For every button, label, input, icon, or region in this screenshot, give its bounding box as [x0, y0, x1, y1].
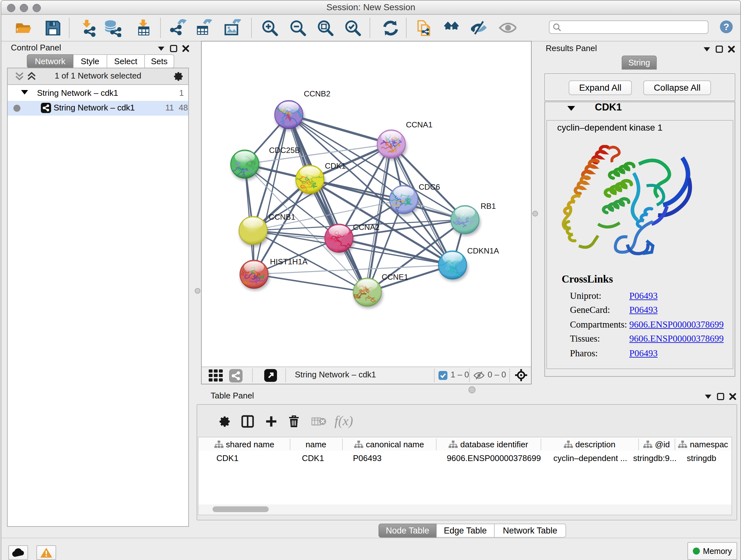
svg-text:CCNA1: CCNA1 [406, 120, 432, 129]
svg-text:HIST1H1A: HIST1H1A [270, 257, 308, 266]
svg-text:RB1: RB1 [481, 202, 496, 210]
svg-text:CCNB2: CCNB2 [304, 89, 330, 98]
svg-text:CCNB1: CCNB1 [269, 212, 295, 221]
svg-text:CDKN1A: CDKN1A [467, 246, 499, 255]
svg-text:CDK1: CDK1 [325, 162, 346, 170]
svg-text:CCNA2: CCNA2 [353, 223, 380, 232]
svg-text:CDC25B: CDC25B [269, 146, 300, 154]
svg-text:CDC6: CDC6 [419, 183, 440, 191]
svg-text:CCNE1: CCNE1 [382, 273, 408, 281]
